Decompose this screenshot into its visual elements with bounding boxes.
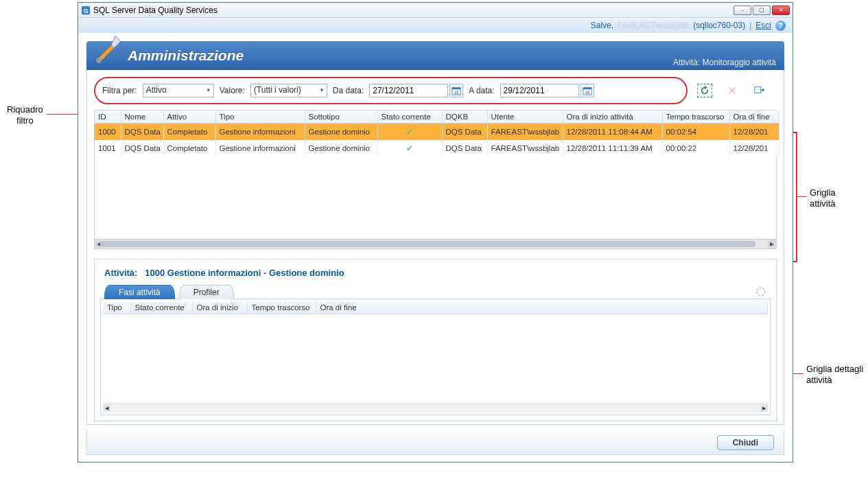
banner-title: Amministrazione [128,47,244,64]
cell-user: FAREAST\wssbjlab [487,140,563,156]
detail-header-row: Tipo Stato corrente Ora di inizio Tempo … [103,301,768,314]
to-date-label: A data: [469,86,494,95]
dcol-end[interactable]: Ora di fine [316,301,768,314]
cell-id: 1000 [95,124,121,141]
stop-icon[interactable] [725,84,740,97]
calendar-icon[interactable]: 15 [580,84,594,97]
cell-start: 12/28/2011 11:11:39 AM [563,140,662,156]
svg-text:15: 15 [454,90,459,95]
calendar-icon[interactable]: 15 [449,84,463,97]
cell-elapsed: 00:00:22 [662,140,729,156]
dcol-elapsed[interactable]: Tempo trascorso [247,301,316,314]
cell-id: 1001 [95,140,121,156]
horizontal-scrollbar[interactable]: ◀ ▶ [95,239,776,248]
banner-sub-value: Monitoraggio attività [703,58,776,67]
from-date-input[interactable] [369,84,448,97]
banner-subtitle: Attività: Monitoraggio attività [673,58,776,67]
col-type[interactable]: Tipo [215,110,305,124]
detail-empty-area [103,314,768,404]
col-subtype[interactable]: Sottotipo [305,110,377,124]
cell-user: FAREAST\wssbjlab [487,124,563,141]
filter-pane: Filtra per: Attivo ▼ Valore: (Tutti i va… [94,77,688,104]
titlebar: ⧉ SQL Server Data Quality Services – ▢ ✕ [78,3,793,18]
cell-elapsed: 00:02:54 [662,124,729,141]
col-user[interactable]: Utente [487,110,563,124]
svg-text:15: 15 [585,90,589,95]
export-icon[interactable] [752,84,767,97]
svg-rect-5 [452,88,460,90]
close-button[interactable]: Chiudi [717,435,774,450]
svg-rect-3 [755,87,761,93]
svg-text:⧉: ⧉ [84,7,89,14]
activity-detail-panel: Attività: 1000 Gestione informazioni - G… [94,259,777,421]
col-elapsed[interactable]: Tempo trascorso [662,110,729,124]
filter-by-dropdown[interactable]: Attivo ▼ [143,84,214,97]
col-name[interactable]: Nome [121,110,163,124]
refresh-icon[interactable] [697,84,712,97]
to-date-input[interactable] [500,84,579,97]
action-toolbar [697,84,767,97]
detail-title-sep: - [263,268,266,278]
annotation-filter-pane: Riquadro filtro [7,104,43,126]
table-row[interactable]: 1001 DQS Data Completato Gestione inform… [95,140,779,156]
value-dropdown[interactable]: (Tutti i valori) ▼ [250,84,327,97]
detail-title: Attività: 1000 Gestione informazioni - G… [104,268,771,278]
minimize-button[interactable]: – [734,5,751,15]
tab-phases[interactable]: Fasi attività [104,285,175,299]
col-id[interactable]: ID [95,110,121,124]
scroll-left-icon[interactable]: ◀ [103,405,110,412]
tab-profiler[interactable]: Profiler [179,285,234,299]
welcome-label: Salve, [591,21,613,30]
table-row[interactable]: 1000 DQS Data Completato Gestione inform… [95,124,779,141]
callout-line-activity-grid [797,196,807,197]
welcome-bar: Salve, FAREAST\wssbjlab (sqlloc760-03) |… [78,18,793,33]
footer-bar: Chiudi [86,430,784,455]
filter-by-label: Filtra per: [102,86,137,95]
value-label: Valore: [220,86,245,95]
checkmark-icon: ✓ [406,128,413,136]
banner-sub-label: Attività: [673,58,700,67]
scroll-thumb[interactable] [100,241,755,247]
app-window: ⧉ SQL Server Data Quality Services – ▢ ✕… [78,2,793,463]
checkmark-icon: ✓ [406,144,413,152]
window-title: SQL Server Data Quality Services [93,5,218,15]
col-dqkb[interactable]: DQKB [442,110,487,124]
col-active[interactable]: Attivo [163,110,215,124]
cell-active: Completato [163,124,215,141]
cell-end: 12/28/201 [729,140,779,156]
maximize-button[interactable]: ▢ [753,5,771,15]
svg-rect-8 [583,88,591,90]
col-state[interactable]: Stato corrente [377,110,442,124]
svg-point-2 [96,58,102,63]
col-start[interactable]: Ora di inizio attività [563,110,662,124]
detail-horizontal-scrollbar[interactable]: ◀ ▶ [103,404,768,412]
cell-type: Gestione informazioni [215,140,305,156]
from-date-label: Da data: [333,86,364,95]
scroll-right-icon[interactable]: ▶ [760,405,768,412]
dcol-type[interactable]: Tipo [103,301,130,314]
grid-empty-area [95,156,776,239]
cell-active: Completato [163,140,215,156]
value-value: (Tutti i valori) [254,85,301,95]
grid-header-row: ID Nome Attivo Tipo Sottotipo Stato corr… [95,110,779,124]
col-end[interactable]: Ora di fine [729,110,779,124]
dcol-state[interactable]: Stato corrente [130,301,192,314]
annotation-detail-grid: Griglia dettagli attività [806,364,863,385]
filter-by-value: Attivo [146,85,167,95]
cell-subtype: Gestione dominio [305,124,377,141]
app-icon: ⧉ [81,5,91,15]
annotation-activity-grid: Griglia attività [810,187,836,209]
callout-line-filter [47,114,81,115]
cell-end: 12/28/201 [729,124,779,141]
exit-link[interactable]: Esci [755,21,771,30]
close-window-button[interactable]: ✕ [772,5,790,15]
welcome-user: FAREAST\wssbjlab [618,21,689,30]
cell-subtype: Gestione dominio [305,140,377,156]
activity-grid: ID Nome Attivo Tipo Sottotipo Stato corr… [94,110,777,249]
dcol-start[interactable]: Ora di inizio [192,301,247,314]
welcome-server: (sqlloc760-03) [693,21,745,30]
detail-title-prefix: Attività: [104,268,137,278]
scroll-right-icon[interactable]: ▶ [768,240,776,248]
help-icon[interactable]: ? [775,21,786,31]
cell-dqkb: DQS Data [442,140,487,156]
